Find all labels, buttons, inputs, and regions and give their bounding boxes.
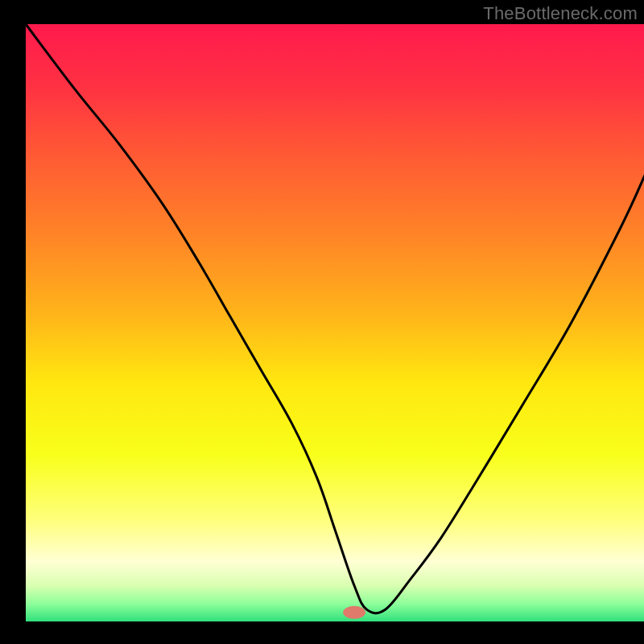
optimum-marker (343, 606, 365, 619)
chart-container: TheBottleneck.com (0, 0, 644, 644)
watermark-text: TheBottleneck.com (483, 3, 638, 24)
gradient-chart (0, 0, 644, 644)
